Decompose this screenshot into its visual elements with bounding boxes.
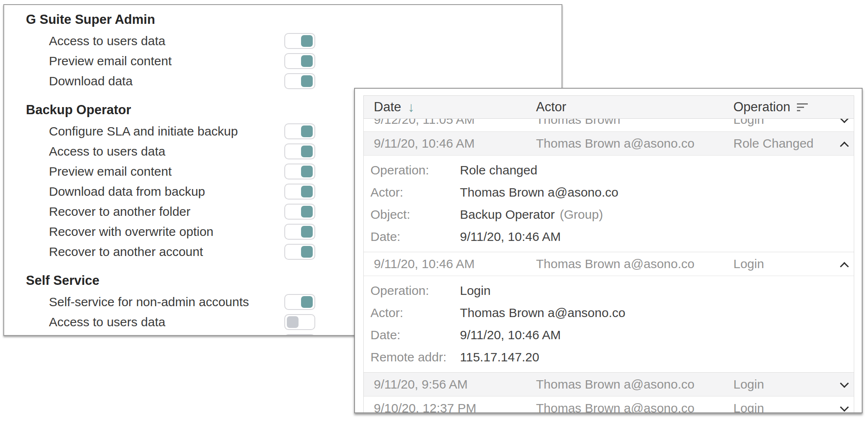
permission-label: Recover to another folder	[49, 205, 191, 219]
permission-label: Download data	[49, 74, 133, 88]
permission-row: Download data	[26, 332, 315, 336]
row-details: Operation: Login Actor: Thomas Brown a@a…	[364, 276, 854, 373]
permission-row: Recover to another folder	[26, 202, 315, 222]
table-header: Date ↓ Actor Operation	[364, 96, 854, 119]
filter-icon[interactable]	[797, 103, 808, 111]
cell-date: 9/10/20, 12:37 PM	[364, 401, 536, 413]
audit-log-panel: Date ↓ Actor Operation 9/12/20, 11:05 AM…	[354, 88, 863, 413]
detail-line: Remote addr: 115.17.147.20	[370, 346, 854, 368]
column-header-date-label: Date	[374, 100, 401, 115]
cell-date: 9/11/20, 10:46 AM	[364, 257, 536, 271]
audit-log-table: Date ↓ Actor Operation 9/12/20, 11:05 AM…	[363, 95, 854, 413]
permission-label: Self-service for non-admin accounts	[49, 295, 249, 309]
detail-label: Remote addr:	[370, 350, 460, 364]
permission-row: Recover with overwrite option	[26, 222, 315, 242]
permission-label: Configure SLA and initiate backup	[49, 124, 238, 138]
toggle-switch[interactable]	[284, 123, 315, 139]
permission-label: Preview email content	[49, 54, 171, 68]
permission-row: Download data from backup	[26, 182, 315, 202]
toggle-switch[interactable]	[284, 294, 315, 310]
toggle-knob	[301, 146, 313, 157]
toggle-knob	[301, 166, 313, 177]
cell-date: 9/12/20, 11:05 AM	[364, 119, 536, 127]
table-row[interactable]: 9/11/20, 10:46 AM Thomas Brown a@asono.c…	[364, 132, 854, 156]
permission-row: Configure SLA and initiate backup	[26, 121, 315, 141]
toggle-switch[interactable]	[284, 224, 315, 240]
detail-label: Date:	[370, 328, 460, 342]
table-body: 9/12/20, 11:05 AM Thomas Brown Login 9/1…	[364, 119, 854, 413]
detail-line: Date: 9/11/20, 10:46 AM	[370, 225, 854, 248]
cell-operation: Login	[733, 257, 834, 271]
detail-label: Date:	[370, 230, 460, 244]
toggle-knob	[287, 316, 299, 328]
permission-row: Preview email content	[26, 161, 315, 182]
permission-label: Access to users data	[49, 144, 165, 159]
chevron-down-icon[interactable]	[840, 403, 848, 412]
permission-label: Download data from backup	[49, 184, 205, 199]
permission-row: Access to users data	[26, 141, 315, 161]
detail-label: Operation:	[370, 163, 460, 177]
toggle-switch[interactable]	[284, 53, 315, 69]
column-header-operation-label: Operation	[733, 100, 790, 115]
permission-label: Access to users data	[49, 34, 165, 48]
toggle-switch[interactable]	[284, 33, 315, 49]
detail-label: Actor:	[370, 306, 460, 320]
permission-label: Download data	[49, 335, 133, 336]
cell-operation: Login	[733, 119, 834, 127]
permission-row: Preview email content	[26, 51, 315, 71]
detail-label: Actor:	[370, 185, 460, 200]
detail-value: 9/11/20, 10:46 AM	[460, 230, 561, 244]
toggle-switch[interactable]	[284, 184, 315, 200]
toggle-switch[interactable]	[284, 73, 315, 89]
column-header-actor[interactable]: Actor	[536, 100, 733, 115]
detail-label: Object:	[370, 207, 460, 222]
chevron-up-icon[interactable]	[840, 262, 848, 271]
toggle-knob	[301, 35, 313, 47]
cell-actor: Thomas Brown a@asono.co	[536, 257, 733, 271]
table-row[interactable]: 9/10/20, 12:37 PM Thomas Brown a@asono.c…	[364, 397, 854, 413]
permission-row: Self-service for non-admin accounts	[26, 292, 315, 312]
toggle-switch[interactable]	[284, 244, 315, 260]
cell-actor: Thomas Brown a@asono.co	[536, 401, 733, 413]
cell-operation: Role Changed	[733, 136, 834, 151]
cell-date: 9/11/20, 9:56 AM	[364, 377, 536, 392]
chevron-up-icon[interactable]	[840, 141, 848, 150]
toggle-switch[interactable]	[284, 334, 315, 336]
toggle-switch[interactable]	[284, 314, 315, 330]
chevron-down-icon[interactable]	[840, 119, 848, 123]
table-row[interactable]: 9/11/20, 10:46 AM Thomas Brown a@asono.c…	[364, 252, 854, 276]
detail-value: Role changed	[460, 163, 537, 177]
detail-value: Thomas Brown a@ansono.co	[460, 306, 625, 320]
toggle-knob	[301, 226, 313, 238]
toggle-switch[interactable]	[284, 143, 315, 159]
toggle-knob	[301, 246, 313, 258]
permission-row: Access to users data	[26, 312, 315, 332]
detail-value: Thomas Brown a@asono.co	[460, 185, 618, 200]
detail-line: Date: 9/11/20, 10:46 AM	[370, 324, 854, 346]
sort-desc-icon: ↓	[408, 100, 414, 115]
table-row[interactable]: 9/11/20, 9:56 AM Thomas Brown a@asono.co…	[364, 373, 854, 397]
toggle-knob	[301, 55, 313, 67]
cell-date: 9/11/20, 10:46 AM	[364, 136, 536, 151]
permission-label: Recover to another account	[49, 245, 203, 259]
table-row[interactable]: 9/12/20, 11:05 AM Thomas Brown Login	[364, 119, 854, 132]
permission-label: Preview email content	[49, 164, 171, 179]
toggle-knob	[301, 206, 313, 218]
cell-actor: Thomas Brown	[536, 119, 733, 127]
section-title-backup-operator: Backup Operator	[26, 102, 315, 118]
permission-row: Download data	[26, 71, 315, 91]
toggle-knob	[301, 125, 313, 137]
toggle-knob	[301, 75, 313, 87]
toggle-switch[interactable]	[284, 204, 315, 220]
toggle-switch[interactable]	[284, 164, 315, 179]
detail-line: Operation: Role changed	[370, 159, 854, 181]
chevron-down-icon[interactable]	[840, 379, 848, 388]
column-header-date[interactable]: Date ↓	[364, 100, 536, 115]
cell-actor: Thomas Brown a@asono.co	[536, 136, 733, 151]
row-details: Operation: Role changed Actor: Thomas Br…	[364, 156, 854, 252]
detail-value: Login	[460, 284, 490, 298]
column-header-operation[interactable]: Operation	[733, 100, 834, 115]
section-title-gsuite-super-admin: G Suite Super Admin	[26, 12, 315, 28]
detail-value: Backup Operator	[460, 207, 555, 222]
detail-line: Operation: Login	[370, 279, 854, 302]
